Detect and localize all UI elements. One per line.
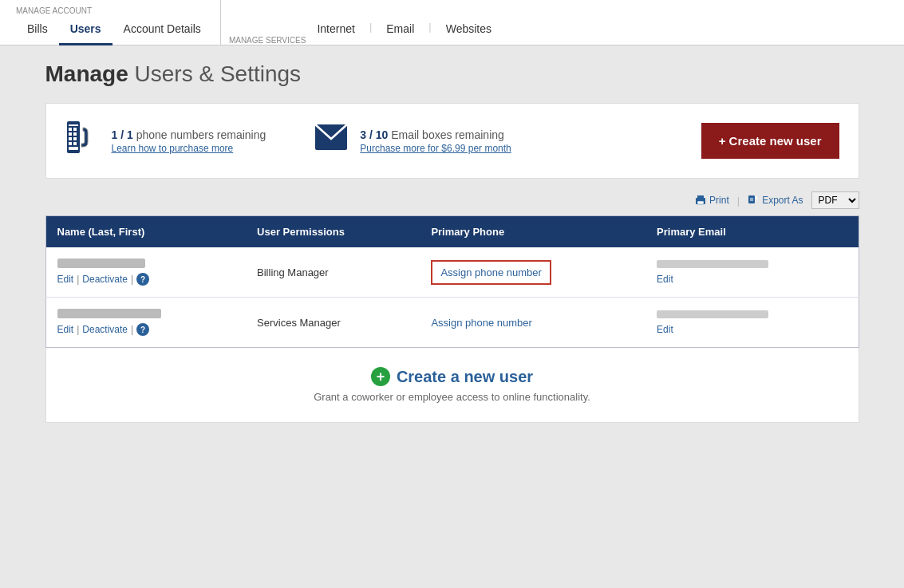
svg-rect-7 bbox=[73, 137, 77, 140]
user-2-assign-phone-link[interactable]: Assign phone number bbox=[431, 317, 531, 329]
user-2-edit-link[interactable]: Edit bbox=[57, 324, 74, 335]
stats-row: 1 / 1 1 / 1 phone numbers remainingphone… bbox=[45, 103, 859, 179]
tab-account-details[interactable]: Account Details bbox=[113, 16, 212, 45]
svg-rect-6 bbox=[69, 137, 72, 140]
user-2-name-cell: Edit | Deactivate | ? bbox=[45, 298, 246, 348]
users-table: Name (Last, First) User Permissions Prim… bbox=[45, 215, 859, 348]
tab-users[interactable]: Users bbox=[59, 16, 113, 45]
create-user-button[interactable]: + Create new user bbox=[701, 123, 839, 159]
user-1-name-cell: Edit | Deactivate | ? bbox=[45, 247, 246, 298]
nav-divider-1: | bbox=[366, 21, 375, 33]
export-format-select[interactable]: PDF CSV Excel bbox=[811, 191, 859, 209]
user-1-assign-phone-button[interactable]: Assign phone number bbox=[431, 260, 551, 285]
user-1-help-icon[interactable]: ? bbox=[136, 273, 149, 286]
phone-learn-more-link[interactable]: Learn how to purchase more bbox=[112, 143, 266, 154]
user-1-permission-cell: Billing Manager bbox=[246, 247, 420, 298]
svg-rect-1 bbox=[69, 124, 78, 126]
table-toolbar: Print | Export As PDF CSV Excel bbox=[45, 191, 859, 209]
svg-rect-14 bbox=[697, 201, 704, 204]
top-nav: MANAGE ACCOUNT Bills Users Account Detai… bbox=[0, 0, 904, 45]
email-stat: 3 / 10 Email boxes remaining Purchase mo… bbox=[314, 123, 511, 159]
toolbar-divider: | bbox=[737, 195, 740, 207]
email-stat-text: 3 / 10 Email boxes remaining Purchase mo… bbox=[360, 128, 511, 154]
user-2-email-edit-link[interactable]: Edit bbox=[657, 324, 673, 335]
phone-stat-text: 1 / 1 1 / 1 phone numbers remainingphone… bbox=[112, 128, 266, 154]
email-icon bbox=[314, 123, 349, 159]
plus-circle-icon: + bbox=[371, 367, 390, 386]
manage-services-label: MANAGE SERVICES bbox=[229, 30, 306, 45]
col-email: Primary Email bbox=[645, 216, 859, 248]
export-icon bbox=[748, 195, 759, 206]
user-1-email-cell: Edit bbox=[645, 247, 859, 298]
manage-services-group: MANAGE SERVICES Internet | Email | Websi… bbox=[229, 0, 503, 45]
user-2-email-cell: Edit bbox=[645, 298, 859, 348]
user-1-phone-cell: Assign phone number bbox=[420, 247, 645, 298]
tab-bills[interactable]: Bills bbox=[16, 16, 59, 45]
user-1-deactivate-link[interactable]: Deactivate bbox=[82, 274, 128, 285]
tab-websites[interactable]: Websites bbox=[435, 16, 503, 45]
footer-create-title[interactable]: + Create a new user bbox=[65, 367, 839, 386]
table-row: Edit | Deactivate | ? Services Manager A… bbox=[45, 298, 859, 348]
user-1-name-blurred bbox=[57, 258, 145, 268]
user-2-deactivate-link[interactable]: Deactivate bbox=[82, 324, 128, 335]
svg-rect-13 bbox=[697, 195, 704, 199]
export-action: Export As bbox=[748, 195, 803, 206]
manage-account-label: MANAGE ACCOUNT bbox=[16, 0, 212, 15]
main-content: Manage Users & Settings bbox=[30, 61, 875, 423]
print-action[interactable]: Print bbox=[695, 195, 729, 206]
print-icon bbox=[695, 195, 706, 206]
user-2-help-icon[interactable]: ? bbox=[136, 323, 149, 336]
phone-stat-main: 1 / 1 1 / 1 phone numbers remainingphone… bbox=[112, 128, 266, 141]
user-2-email-blurred bbox=[657, 310, 768, 318]
user-1-email-blurred bbox=[657, 260, 768, 268]
table-row: Edit | Deactivate | ? Billing Manager As… bbox=[45, 247, 859, 298]
user-1-email-edit-link[interactable]: Edit bbox=[657, 274, 673, 285]
email-stat-main: 3 / 10 Email boxes remaining bbox=[360, 128, 511, 141]
page-title: Manage Users & Settings bbox=[45, 61, 859, 87]
phone-stat: 1 / 1 1 / 1 phone numbers remainingphone… bbox=[65, 120, 266, 162]
tab-email[interactable]: Email bbox=[375, 16, 425, 45]
svg-rect-3 bbox=[73, 128, 77, 131]
col-name: Name (Last, First) bbox=[45, 216, 246, 248]
email-purchase-more-link[interactable]: Purchase more for $6.99 per month bbox=[360, 143, 511, 154]
svg-rect-15 bbox=[748, 195, 755, 203]
create-user-footer: + Create a new user Grant a coworker or … bbox=[45, 348, 859, 423]
manage-account-group: MANAGE ACCOUNT Bills Users Account Detai… bbox=[16, 0, 221, 45]
user-1-actions: Edit | Deactivate | ? bbox=[57, 273, 235, 286]
svg-rect-4 bbox=[69, 132, 72, 136]
svg-rect-8 bbox=[69, 142, 72, 145]
svg-rect-9 bbox=[73, 142, 77, 145]
svg-rect-5 bbox=[73, 132, 77, 136]
col-phone: Primary Phone bbox=[420, 216, 645, 248]
user-2-permission-cell: Services Manager bbox=[246, 298, 420, 348]
user-2-actions: Edit | Deactivate | ? bbox=[57, 323, 235, 336]
nav-divider-2: | bbox=[425, 21, 434, 33]
user-1-edit-link[interactable]: Edit bbox=[57, 274, 74, 285]
user-2-phone-cell: Assign phone number bbox=[420, 298, 645, 348]
user-2-name-blurred bbox=[57, 309, 161, 318]
svg-rect-10 bbox=[69, 147, 78, 150]
tab-internet[interactable]: Internet bbox=[306, 16, 365, 45]
phone-icon bbox=[65, 120, 101, 162]
footer-subtitle: Grant a coworker or employee access to o… bbox=[65, 391, 839, 403]
col-permissions: User Permissions bbox=[246, 216, 420, 248]
table-header-row: Name (Last, First) User Permissions Prim… bbox=[45, 216, 859, 248]
svg-rect-2 bbox=[69, 128, 72, 131]
